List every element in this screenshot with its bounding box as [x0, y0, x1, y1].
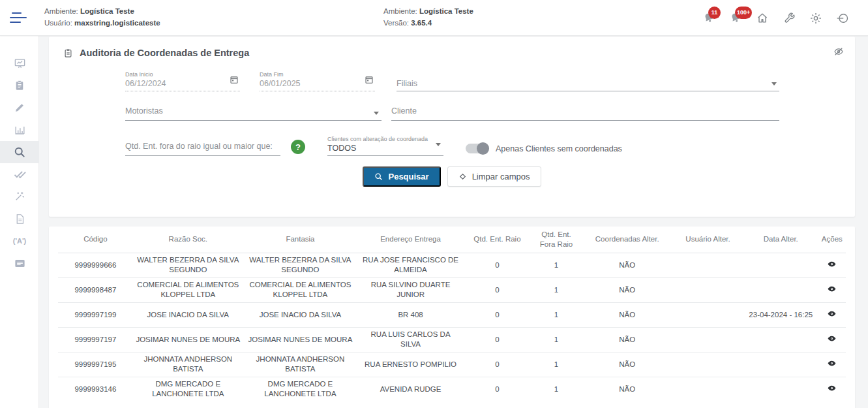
cell-razao: COMERCIAL DE ALIMENTOS KLOPPEL LTDA	[133, 277, 243, 302]
usuario-label: Usuário:	[44, 19, 72, 27]
versao-value: 3.65.4	[411, 19, 432, 27]
menu-icon[interactable]	[0, 12, 39, 23]
cell-coordenadas: NÃO	[582, 302, 672, 327]
eraser-diamond-icon	[458, 172, 467, 181]
cell-razao: JHONNATA ANDHERSON BATISTA	[133, 352, 243, 377]
help-icon[interactable]: ?	[291, 140, 305, 154]
cell-data	[743, 253, 818, 277]
sidebar-item-bar-chart-icon[interactable]	[0, 119, 39, 141]
sidebar: ('A')	[0, 36, 39, 408]
cell-razao: WALTER BEZERRA DA SILVA SEGUNDO	[133, 253, 243, 277]
sidebar-item-double-check-icon[interactable]	[0, 163, 39, 185]
cell-qtd-fora: 1	[531, 352, 582, 377]
cell-codigo: 9999997195	[58, 352, 133, 377]
ambiente-label: Ambiente:	[44, 7, 78, 15]
chevron-down-icon	[374, 112, 379, 115]
chevron-down-icon	[771, 82, 777, 86]
alerts-bell-icon[interactable]: 11	[700, 10, 717, 27]
limpar-campos-button[interactable]: Limpar campos	[447, 166, 541, 187]
cell-qtd-raio: 0	[464, 377, 531, 401]
notifications-badge: 100+	[735, 7, 752, 19]
cell-razao: DMG MERCADO E LANCHONETE LTDA	[133, 377, 243, 401]
home-icon[interactable]	[754, 10, 771, 27]
results-table: Código Razão Soc. Fantasia Endereço Entr…	[58, 227, 846, 401]
col-coordenadas: Coordenadas Alter.	[582, 227, 672, 253]
hide-filters-eye-off-icon[interactable]	[833, 46, 845, 60]
view-details-eye-icon[interactable]	[827, 383, 837, 393]
environment-info-left: Ambiente: Logística Teste Usuário: maxst…	[44, 6, 160, 29]
cliente-placeholder: Cliente	[391, 106, 779, 116]
cell-fantasia: COMERCIAL DE ALIMENTOS KLOPPEL LTDA	[243, 277, 357, 302]
col-fantasia: Fantasia	[243, 227, 357, 253]
notifications-bell-icon[interactable]: 100+	[727, 10, 744, 27]
filters-card: Auditoria de Coordenadas de Entrega Data…	[49, 37, 855, 217]
col-codigo: Código	[58, 227, 133, 253]
calendar-icon[interactable]	[365, 75, 374, 87]
data-fim-field[interactable]: Data Fim 06/01/2025	[260, 70, 375, 91]
versao-label: Versão:	[383, 19, 409, 27]
col-razao: Razão Soc.	[133, 227, 243, 253]
data-inicio-label: Data Inicio	[125, 71, 240, 78]
sidebar-item-translate-icon[interactable]: ('A')	[0, 230, 39, 252]
results-table-card: Código Razão Soc. Fantasia Endereço Entr…	[49, 227, 855, 408]
alerts-badge: 11	[708, 7, 721, 19]
cell-razao: JOSIMAR NUNES DE MOURA	[133, 327, 243, 352]
main-content: Auditoria de Coordenadas de Entrega Data…	[39, 36, 868, 408]
data-inicio-value: 06/12/2024	[125, 79, 240, 88]
view-details-eye-icon[interactable]	[827, 259, 837, 269]
motoristas-select[interactable]: Motoristas	[125, 105, 382, 121]
cell-usuario	[672, 327, 743, 352]
sidebar-item-document-icon[interactable]	[0, 208, 39, 230]
cell-endereco: RUA SILVINO DUARTE JUNIOR	[357, 277, 464, 302]
cell-coordenadas: NÃO	[582, 352, 672, 377]
sidebar-item-presentation-chart-icon[interactable]	[0, 52, 39, 74]
view-details-eye-icon[interactable]	[827, 334, 837, 343]
ambiente-label-2: Ambiente:	[383, 7, 417, 15]
usuario-value: maxstring.logisticateste	[74, 19, 160, 27]
col-qtd-fora: Qtd. Ent. Fora Raio	[531, 227, 582, 253]
cell-codigo: 9999997197	[58, 327, 133, 352]
cell-endereco: RUA ERNESTO POMPILIO	[357, 352, 464, 377]
view-details-eye-icon[interactable]	[827, 358, 837, 368]
col-endereco: Endereço Entrega	[357, 227, 464, 253]
cliente-input[interactable]: Cliente	[391, 105, 779, 121]
pesquisar-button[interactable]: Pesquisar	[363, 166, 440, 187]
cell-endereco: RUA JOSE FRANCISCO DE ALMEIDA	[357, 253, 464, 277]
clientes-alteracao-label: Clientes com alteração de coordenada	[327, 136, 443, 142]
data-inicio-field[interactable]: Data Inicio 06/12/2024	[125, 70, 240, 91]
cell-data: 23-04-2024 - 16:25	[743, 302, 818, 327]
cell-coordenadas: NÃO	[582, 277, 672, 302]
cell-data	[743, 377, 818, 401]
app-header: Ambiente: Logística Teste Usuário: maxst…	[0, 0, 868, 36]
header-icons: 11 100+	[700, 0, 851, 36]
qtd-ent-placeholder: Qtd. Ent. fora do raio igual ou maior qu…	[125, 142, 280, 151]
cell-qtd-raio: 0	[464, 253, 531, 277]
cell-qtd-fora: 1	[531, 377, 582, 401]
sem-coordenadas-toggle-label: Apenas Clientes sem coordenadas	[496, 144, 622, 153]
qtd-ent-input[interactable]: Qtd. Ent. fora do raio igual ou maior qu…	[125, 140, 280, 156]
wrench-icon[interactable]	[781, 10, 798, 27]
sidebar-item-clipboard-icon[interactable]	[0, 74, 39, 97]
calendar-icon[interactable]	[230, 75, 239, 87]
col-qtd-raio: Qtd. Ent. Raio	[464, 227, 531, 253]
cell-usuario	[672, 377, 743, 401]
filiais-placeholder: Filiais	[397, 72, 779, 88]
clientes-alteracao-select[interactable]: Clientes com alteração de coordenada TOD…	[327, 134, 443, 156]
settings-gear-icon[interactable]	[807, 10, 824, 27]
sem-coordenadas-toggle[interactable]	[466, 144, 489, 153]
col-usuario: Usuário Alter.	[672, 227, 743, 253]
logout-icon[interactable]	[834, 10, 851, 27]
view-details-eye-icon[interactable]	[827, 309, 837, 319]
table-row: 9999993146 DMG MERCADO E LANCHONETE LTDA…	[58, 377, 846, 401]
sidebar-item-search-icon[interactable]	[0, 141, 39, 163]
filiais-select[interactable]: Filiais	[397, 71, 779, 91]
cell-data	[743, 327, 818, 352]
sidebar-item-news-list-icon[interactable]	[0, 252, 39, 274]
cell-usuario	[672, 302, 743, 327]
sidebar-item-magic-wand-icon[interactable]	[0, 185, 39, 208]
view-details-eye-icon[interactable]	[827, 284, 837, 294]
table-row: 9999997199 JOSE INACIO DA SILVA JOSE INA…	[58, 302, 846, 327]
col-data: Data Alter.	[743, 227, 818, 253]
sidebar-item-pencil-icon[interactable]	[0, 97, 39, 119]
table-header-row: Código Razão Soc. Fantasia Endereço Entr…	[58, 227, 846, 253]
